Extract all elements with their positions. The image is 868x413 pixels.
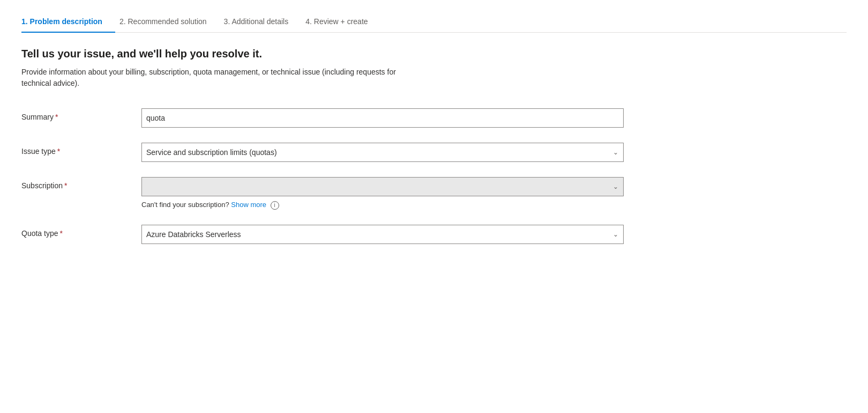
quota-type-select-wrapper: Azure Databricks Serverless Compute Stor… [141,225,624,244]
quota-type-required-star: * [60,229,63,238]
subscription-row: Subscription* ⌄ Can't find your subscrip… [21,177,847,210]
subscription-info-icon[interactable]: i [271,201,279,210]
quota-type-row: Quota type* Azure Databricks Serverless … [21,225,847,244]
quota-type-control-wrapper: Azure Databricks Serverless Compute Stor… [141,225,624,244]
quota-type-label: Quota type* [21,225,129,238]
wizard-step-4[interactable]: 4. Review + create [301,13,380,32]
issue-type-label: Issue type* [21,143,129,156]
issue-type-required-star: * [57,147,60,156]
subscription-label: Subscription* [21,177,129,190]
wizard-step-3[interactable]: 3. Additional details [220,13,302,32]
summary-label: Summary* [21,108,129,121]
issue-type-select[interactable]: Service and subscription limits (quotas)… [141,143,624,162]
summary-required-star: * [55,113,58,121]
subscription-select[interactable] [141,177,624,196]
show-more-link[interactable]: Show more [231,201,266,209]
wizard-step-1[interactable]: 1. Problem description [21,13,115,32]
cant-find-subscription-text: Can't find your subscription? Show more … [141,201,624,210]
summary-input[interactable] [141,108,624,128]
issue-type-row: Issue type* Service and subscription lim… [21,143,847,162]
wizard-step-2[interactable]: 2. Recommended solution [115,13,220,32]
wizard-nav: 1. Problem description 2. Recommended so… [21,13,847,33]
subscription-select-wrapper: ⌄ [141,177,624,196]
quota-type-select[interactable]: Azure Databricks Serverless Compute Stor… [141,225,624,244]
page-title: Tell us your issue, and we'll help you r… [21,48,847,60]
form-section: Summary* Issue type* Service and subscri… [21,108,847,244]
summary-control-wrapper [141,108,624,128]
summary-row: Summary* [21,108,847,128]
page-container: 1. Problem description 2. Recommended so… [0,0,868,257]
issue-type-control-wrapper: Service and subscription limits (quotas)… [141,143,624,162]
issue-type-select-wrapper: Service and subscription limits (quotas)… [141,143,624,162]
page-description: Provide information about your billing, … [21,67,423,89]
subscription-control-wrapper: ⌄ Can't find your subscription? Show mor… [141,177,624,210]
subscription-required-star: * [64,181,67,190]
